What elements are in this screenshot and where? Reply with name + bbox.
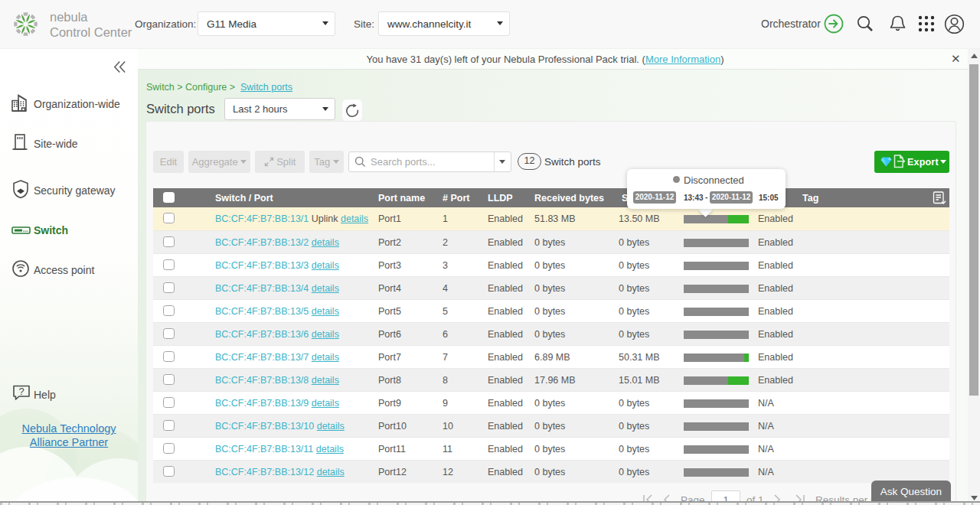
svg-text:?: ? [18,386,24,397]
